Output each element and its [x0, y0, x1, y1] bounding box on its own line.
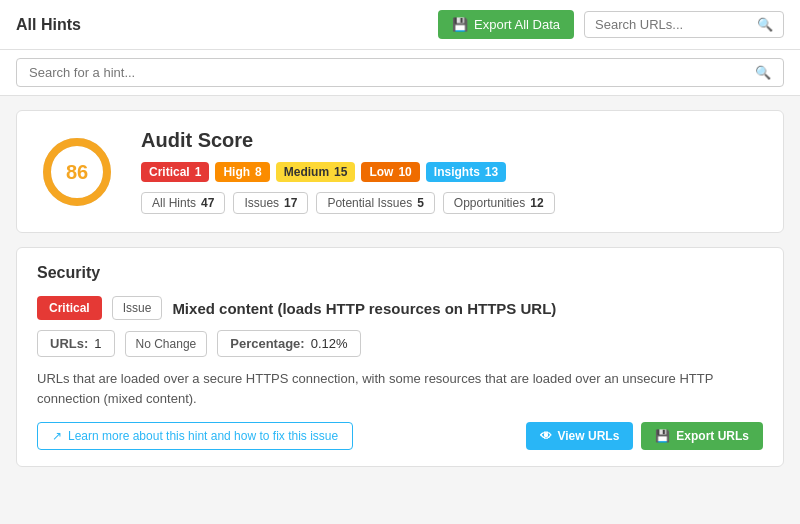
badge-insights-label: Insights: [434, 165, 480, 179]
badge-critical-label: Critical: [149, 165, 190, 179]
hint-search-icon: 🔍: [755, 65, 771, 80]
issue-actions: ↗ Learn more about this hint and how to …: [37, 422, 763, 450]
audit-donut: 86: [37, 132, 117, 212]
hint-search-wrap: 🔍: [16, 58, 784, 87]
filter-potential-issues-label: Potential Issues: [327, 196, 412, 210]
issue-type-label: Issue: [112, 296, 163, 320]
filter-all-hints-label: All Hints: [152, 196, 196, 210]
view-urls-label: View URLs: [558, 429, 620, 443]
badge-insights-count: 13: [485, 165, 498, 179]
filter-opportunities-label: Opportunities: [454, 196, 525, 210]
action-buttons: 👁 View URLs 💾 Export URLs: [526, 422, 764, 450]
badge-high[interactable]: High 8: [215, 162, 269, 182]
percentage-meta-box: Percentage: 0.12%: [217, 330, 360, 357]
export-urls-label: Export URLs: [676, 429, 749, 443]
search-icon: 🔍: [757, 17, 773, 32]
issue-header: Critical Issue Mixed content (loads HTTP…: [37, 296, 763, 320]
badge-low[interactable]: Low 10: [361, 162, 419, 182]
learn-more-label: Learn more about this hint and how to fi…: [68, 429, 338, 443]
filter-all-hints[interactable]: All Hints 47: [141, 192, 225, 214]
link-icon: ↗: [52, 429, 62, 443]
critical-severity-button[interactable]: Critical: [37, 296, 102, 320]
audit-info: Audit Score Critical 1 High 8 Medium 15 …: [141, 129, 763, 214]
audit-card: 86 Audit Score Critical 1 High 8 Medium …: [16, 110, 784, 233]
audit-score-value: 86: [66, 160, 88, 183]
issue-description: URLs that are loaded over a secure HTTPS…: [37, 369, 763, 408]
issue-meta: URLs: 1 No Change Percentage: 0.12%: [37, 330, 763, 357]
badge-insights[interactable]: Insights 13: [426, 162, 506, 182]
security-card: Security Critical Issue Mixed content (l…: [16, 247, 784, 467]
floppy-icon: 💾: [452, 17, 468, 32]
filter-potential-issues[interactable]: Potential Issues 5: [316, 192, 434, 214]
eye-icon: 👁: [540, 429, 552, 443]
hint-search-input[interactable]: [29, 65, 755, 80]
main-content: 86 Audit Score Critical 1 High 8 Medium …: [0, 96, 800, 481]
url-search-bar: 🔍: [584, 11, 784, 38]
export-all-label: Export All Data: [474, 17, 560, 32]
top-bar: All Hints 💾 Export All Data 🔍: [0, 0, 800, 50]
filter-row: All Hints 47 Issues 17 Potential Issues …: [141, 192, 763, 214]
badge-low-label: Low: [369, 165, 393, 179]
top-bar-right: 💾 Export All Data 🔍: [438, 10, 784, 39]
urls-count: 1: [94, 336, 101, 351]
security-title: Security: [37, 264, 763, 282]
filter-all-hints-count: 47: [201, 196, 214, 210]
audit-title: Audit Score: [141, 129, 763, 152]
badge-high-count: 8: [255, 165, 262, 179]
badge-medium-label: Medium: [284, 165, 329, 179]
badges-row: Critical 1 High 8 Medium 15 Low 10 Insig…: [141, 162, 763, 182]
urls-label: URLs:: [50, 336, 88, 351]
export-urls-button[interactable]: 💾 Export URLs: [641, 422, 763, 450]
filter-issues-label: Issues: [244, 196, 279, 210]
percentage-label: Percentage:: [230, 336, 304, 351]
badge-medium-count: 15: [334, 165, 347, 179]
no-change-tag: No Change: [125, 331, 208, 357]
badge-low-count: 10: [398, 165, 411, 179]
filter-issues[interactable]: Issues 17: [233, 192, 308, 214]
urls-meta-box: URLs: 1: [37, 330, 115, 357]
percentage-value: 0.12%: [311, 336, 348, 351]
filter-issues-count: 17: [284, 196, 297, 210]
badge-critical-count: 1: [195, 165, 202, 179]
learn-more-button[interactable]: ↗ Learn more about this hint and how to …: [37, 422, 353, 450]
url-search-input[interactable]: [595, 17, 757, 32]
badge-critical[interactable]: Critical 1: [141, 162, 209, 182]
filter-opportunities[interactable]: Opportunities 12: [443, 192, 555, 214]
export-icon: 💾: [655, 429, 670, 443]
badge-medium[interactable]: Medium 15: [276, 162, 356, 182]
view-urls-button[interactable]: 👁 View URLs: [526, 422, 634, 450]
hint-search-bar: 🔍: [0, 50, 800, 96]
page-title: All Hints: [16, 16, 81, 34]
filter-potential-issues-count: 5: [417, 196, 424, 210]
issue-title: Mixed content (loads HTTP resources on H…: [172, 300, 556, 317]
filter-opportunities-count: 12: [530, 196, 543, 210]
export-all-button[interactable]: 💾 Export All Data: [438, 10, 574, 39]
badge-high-label: High: [223, 165, 250, 179]
